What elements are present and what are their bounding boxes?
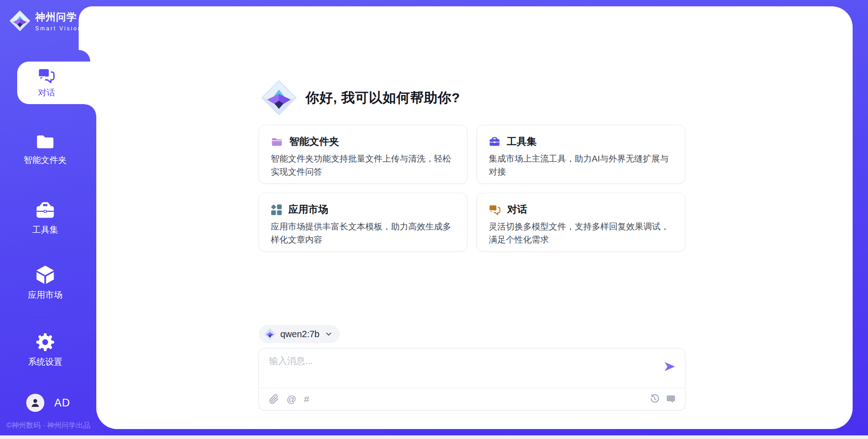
model-name: qwen2:7b [280, 329, 320, 339]
card-title: 工具集 [507, 135, 537, 148]
brand-name: 神州问学 [35, 10, 82, 24]
send-icon [663, 360, 676, 373]
history-button[interactable] [650, 394, 660, 404]
greeting: 你好, 我可以如何帮助你? [260, 79, 460, 116]
diamond-logo-icon [264, 328, 276, 340]
avatar [26, 394, 44, 412]
card-description: 集成市场上主流工具，助力AI与外界无缝扩展与对接 [489, 153, 673, 178]
sidebar-item-smart-folder[interactable]: 智能文件夹 [0, 132, 90, 166]
grid-icon [271, 204, 282, 215]
feature-card-app-market[interactable]: 应用市场 应用市场提供丰富长文本模板，助力高效生成多样化文章内容 [259, 193, 467, 252]
diamond-logo-icon [260, 79, 297, 116]
mention-button[interactable]: @ [287, 394, 296, 405]
sidebar-item-label: 系统设置 [28, 356, 62, 368]
chat-bubbles-icon [489, 204, 501, 215]
history-clock-icon [650, 394, 660, 404]
sidebar-item-label: 应用市场 [28, 289, 62, 301]
sidebar-item-label: 对话 [38, 87, 55, 99]
send-button[interactable] [663, 360, 676, 373]
active-tab-curve [85, 104, 96, 116]
message-composer: @ # [259, 348, 685, 410]
brand-subtitle: Smart Vision [35, 25, 82, 32]
sidebar-item-toolset[interactable]: 工具集 [0, 201, 90, 236]
diamond-logo-icon [9, 10, 31, 32]
chat-bubble-icon [666, 394, 676, 404]
card-description: 灵活切换多模型文件，支持多样回复效果调试，满足个性化需求 [489, 220, 673, 246]
folder-icon [271, 136, 283, 147]
card-title: 智能文件夹 [289, 135, 339, 148]
card-title: 对话 [507, 203, 527, 216]
sidebar-item-app-market[interactable]: 应用市场 [0, 264, 90, 301]
attach-file-button[interactable] [269, 394, 279, 404]
sidebar-item-chat[interactable]: 对话 [17, 62, 96, 104]
chevron-down-icon [324, 329, 333, 339]
sidebar-item-settings[interactable]: 系统设置 [0, 332, 90, 368]
greeting-text: 你好, 我可以如何帮助你? [306, 89, 460, 107]
feature-card-smart-folder[interactable]: 智能文件夹 智能文件夹功能支持批量文件上传与清洗，轻松实现文件问答 [259, 125, 467, 184]
composer-divider [259, 388, 685, 388]
gear-icon [35, 332, 55, 352]
feedback-button[interactable] [666, 394, 676, 404]
toolbox-icon [35, 201, 56, 220]
message-input[interactable] [269, 355, 658, 384]
briefcase-icon [489, 136, 500, 147]
card-title: 应用市场 [288, 203, 328, 216]
horizontal-scrollbar[interactable] [0, 435, 868, 439]
chat-bubbles-icon [38, 67, 56, 84]
sidebar-notch [79, 6, 96, 50]
sidebar-item-label: 智能文件夹 [24, 154, 67, 166]
sidebar-notch-curve [79, 50, 96, 62]
feature-card-toolset[interactable]: 工具集 集成市场上主流工具，助力AI与外界无缝扩展与对接 [476, 125, 685, 184]
brand-logo: 神州问学 Smart Vision [9, 10, 82, 32]
person-icon [30, 397, 41, 408]
main-content: 你好, 我可以如何帮助你? 智能文件夹 智能文件夹功能支持批量文件上传与清洗，轻… [96, 6, 853, 429]
topic-button[interactable]: # [304, 394, 309, 405]
card-description: 智能文件夹功能支持批量文件上传与清洗，轻松实现文件问答 [271, 153, 455, 178]
folder-icon [35, 132, 56, 150]
sidebar-footer: ©神州数码 · 神州问学出品 [6, 421, 97, 430]
cube-icon [35, 264, 56, 285]
sidebar: 神州问学 Smart Vision 对话 [0, 0, 96, 439]
model-selector[interactable]: qwen2:7b [259, 325, 340, 343]
user-profile[interactable]: AD [26, 394, 70, 412]
sidebar-item-label: 工具集 [33, 224, 58, 236]
feature-card-chat[interactable]: 对话 灵活切换多模型文件，支持多样回复效果调试，满足个性化需求 [476, 193, 685, 252]
user-initials: AD [54, 396, 70, 409]
paperclip-icon [269, 394, 279, 404]
card-description: 应用市场提供丰富长文本模板，助力高效生成多样化文章内容 [271, 220, 455, 246]
